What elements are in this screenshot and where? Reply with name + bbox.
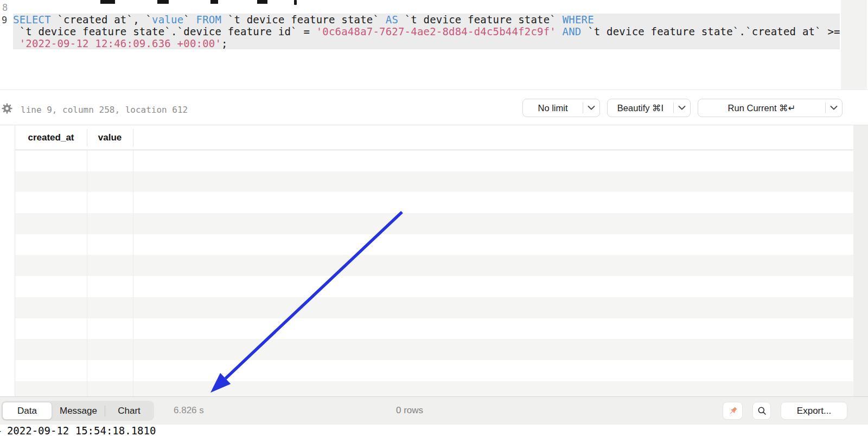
table-row bbox=[15, 255, 853, 276]
column-header-created_at[interactable]: created_at bbox=[15, 132, 87, 143]
export-button[interactable]: Export... bbox=[781, 402, 847, 420]
run-current-button-label[interactable]: Run Current ⌘↵ bbox=[698, 99, 825, 117]
sql-token: value bbox=[152, 14, 183, 25]
table-row bbox=[15, 150, 853, 171]
results-body bbox=[15, 150, 853, 396]
line-number-8: 8 bbox=[2, 2, 8, 13]
tab-chart[interactable]: Chart bbox=[105, 402, 153, 420]
row-count: 0 rows bbox=[380, 405, 439, 416]
grid-scrollbar[interactable] bbox=[853, 125, 868, 396]
sql-token: '2022-09-12 12:46:09.636 +00:00' bbox=[20, 37, 221, 49]
editor-scrollbar[interactable] bbox=[841, 0, 867, 89]
sql-token: `t_device_feature_state` bbox=[398, 14, 563, 25]
table-row bbox=[15, 318, 853, 339]
sql-token: `created_at`, ` bbox=[51, 14, 152, 25]
console-timestamp: — 2022-09-12 15:54:18.1810 bbox=[0, 425, 156, 436]
sql-token: ; bbox=[221, 37, 228, 49]
search-button[interactable] bbox=[752, 402, 771, 420]
table-row bbox=[15, 234, 853, 255]
sql-token: WHERE bbox=[563, 14, 594, 25]
sql-token bbox=[13, 37, 20, 49]
row-number-gutter bbox=[0, 125, 15, 396]
tab-data[interactable]: Data bbox=[2, 402, 52, 420]
beautify-button[interactable]: Beautify ⌘I bbox=[607, 99, 691, 117]
column-header-value[interactable]: value bbox=[87, 132, 133, 143]
run-current-button[interactable]: Run Current ⌘↵ bbox=[698, 99, 843, 117]
table-row bbox=[15, 297, 853, 318]
code-line[interactable]: `t_device_feature_state`.`device_feature… bbox=[13, 25, 840, 37]
table-row bbox=[15, 276, 853, 297]
editor-toolbar: line 9, column 258, location 612 No limi… bbox=[0, 89, 868, 125]
table-row bbox=[15, 213, 853, 234]
results-header: created_atvalue bbox=[15, 125, 853, 150]
sql-token: AS bbox=[386, 14, 398, 25]
column-line bbox=[87, 150, 87, 396]
code-line[interactable]: SELECT `created_at`, `value` FROM `t_dev… bbox=[13, 14, 840, 25]
results-bottom-bar: DataMessageChart 6.826 s 0 rows Export..… bbox=[0, 396, 868, 425]
bottom-bar-actions: Export... bbox=[723, 402, 847, 420]
sql-token: `t_device_feature_state` bbox=[221, 14, 386, 25]
sql-token: SELECT bbox=[13, 14, 51, 25]
cursor-status: line 9, column 258, location 612 bbox=[21, 105, 188, 115]
column-line bbox=[133, 150, 133, 396]
sql-editor[interactable]: 8 9 SELECT `created_at`, `value` FROM `t… bbox=[0, 0, 868, 89]
sql-code[interactable]: SELECT `created_at`, `value` FROM `t_dev… bbox=[0, 14, 868, 49]
console-output: — 2022-09-12 15:54:18.1810 bbox=[0, 425, 868, 436]
pin-icon bbox=[727, 406, 738, 416]
table-row bbox=[15, 171, 853, 193]
column-divider bbox=[87, 129, 87, 146]
result-tabs: DataMessageChart bbox=[1, 401, 154, 421]
toolbar-buttons: No limitBeautify ⌘IRun Current ⌘↵ bbox=[522, 99, 843, 117]
chevron-down-icon bbox=[830, 106, 838, 110]
sql-token: AND bbox=[563, 25, 582, 37]
sql-token bbox=[556, 25, 563, 37]
sql-token: FROM bbox=[196, 14, 222, 25]
gear-icon[interactable] bbox=[1, 102, 13, 114]
results-grid: created_atvalue bbox=[0, 125, 868, 396]
beautify-dropdown[interactable] bbox=[674, 99, 690, 117]
table-row bbox=[15, 192, 853, 213]
chevron-down-icon bbox=[588, 106, 595, 110]
sql-token: `t_device_feature_state`.`device_feature… bbox=[13, 25, 316, 37]
code-line[interactable]: '2022-09-12 12:46:09.636 +00:00'; bbox=[13, 37, 840, 49]
column-divider bbox=[133, 129, 133, 146]
table-row bbox=[15, 381, 853, 396]
chevron-down-icon bbox=[678, 106, 686, 110]
limit-dropdown[interactable] bbox=[583, 99, 599, 117]
elapsed-time: 6.826 s bbox=[174, 405, 204, 416]
sql-token: '0c6a48a7-7627-4ae2-8d84-d4c5b44f2c9f' bbox=[316, 25, 556, 37]
pin-button[interactable] bbox=[723, 402, 743, 420]
beautify-button-label[interactable]: Beautify ⌘I bbox=[608, 99, 673, 117]
run-current-dropdown[interactable] bbox=[826, 99, 842, 117]
search-icon bbox=[757, 406, 767, 416]
table-row bbox=[15, 339, 853, 360]
limit-button[interactable]: No limit bbox=[522, 99, 600, 117]
tab-message[interactable]: Message bbox=[52, 402, 105, 420]
table-row bbox=[15, 360, 853, 381]
limit-button-label[interactable]: No limit bbox=[523, 99, 583, 117]
sql-token: ` bbox=[183, 14, 196, 25]
sql-token: `t_device_feature_state`.`created_at` >= bbox=[582, 25, 840, 37]
